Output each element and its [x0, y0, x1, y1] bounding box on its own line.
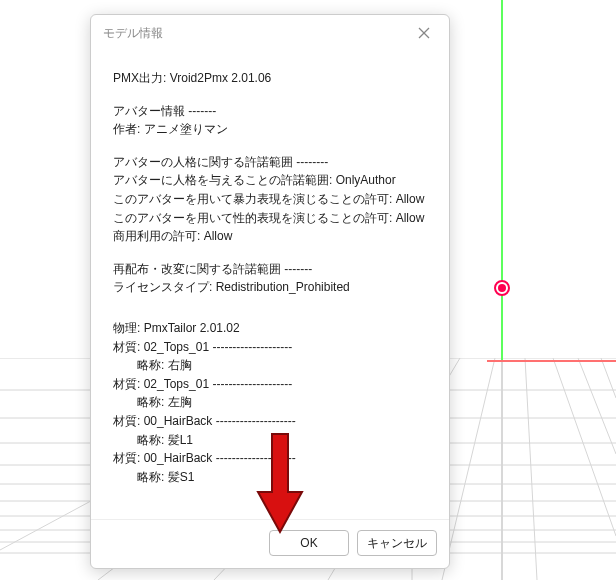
violent-line: このアバターを用いて暴力表現を演じることの許可: Allow	[113, 190, 433, 209]
author-line: 作者: アニメ塗りマン	[113, 120, 433, 139]
svg-line-15	[553, 358, 616, 536]
redist-header: 再配布・改変に関する許諾範囲 -------	[113, 260, 433, 279]
dialog-body: PMX出力: Vroid2Pmx 2.01.06 アバター情報 ------- …	[91, 49, 449, 519]
svg-line-14	[525, 358, 537, 580]
ok-button[interactable]: OK	[269, 530, 349, 556]
license-type-line: ライセンスタイプ: Redistribution_Prohibited	[113, 278, 433, 297]
material-4-abbr: 略称: 髪S1	[113, 468, 433, 487]
material-3: 材質: 00_HairBack --------------------	[113, 412, 433, 431]
origin-marker-dot	[498, 284, 506, 292]
close-icon	[418, 27, 430, 39]
dialog-title: モデル情報	[103, 25, 163, 42]
persona-give-line: アバターに人格を与えることの許諾範囲: OnlyAuthor	[113, 171, 433, 190]
persona-header: アバターの人格に関する許諾範囲 --------	[113, 153, 433, 172]
cancel-button[interactable]: キャンセル	[357, 530, 437, 556]
material-1: 材質: 02_Tops_01 --------------------	[113, 338, 433, 357]
axis-y	[501, 0, 503, 360]
pmx-output-line: PMX出力: Vroid2Pmx 2.01.06	[113, 69, 433, 88]
material-2-abbr: 略称: 左胸	[113, 393, 433, 412]
sexual-line: このアバターを用いて性的表現を演じることの許可: Allow	[113, 209, 433, 228]
axis-x	[487, 360, 616, 362]
dialog-footer: OK キャンセル	[91, 519, 449, 568]
model-info-dialog: モデル情報 PMX出力: Vroid2Pmx 2.01.06 アバター情報 --…	[90, 14, 450, 569]
svg-line-16	[578, 358, 616, 454]
dialog-titlebar: モデル情報	[91, 15, 449, 49]
physics-line: 物理: PmxTailor 2.01.02	[113, 319, 433, 338]
avatar-info-header: アバター情報 -------	[113, 102, 433, 121]
material-3-abbr: 略称: 髪L1	[113, 431, 433, 450]
commercial-line: 商用利用の許可: Allow	[113, 227, 433, 246]
close-button[interactable]	[409, 21, 439, 45]
svg-line-17	[601, 358, 616, 398]
material-2: 材質: 02_Tops_01 --------------------	[113, 375, 433, 394]
material-1-abbr: 略称: 右胸	[113, 356, 433, 375]
material-4: 材質: 00_HairBack --------------------	[113, 449, 433, 468]
